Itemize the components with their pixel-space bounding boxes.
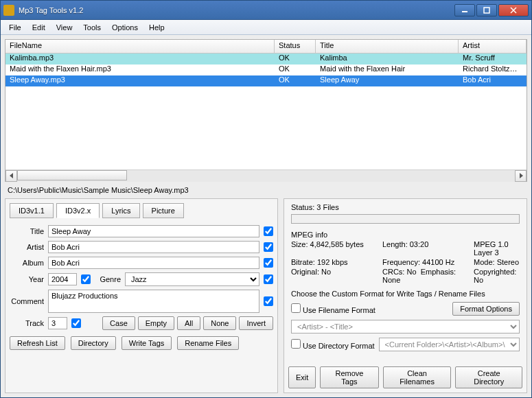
tab-strip: ID3v1.1ID3v2.xLyricsPicture	[10, 203, 273, 218]
mpeg-info: MPEG info Size: 4,842,585 bytes Length: …	[291, 231, 520, 284]
menu-view[interactable]: View	[51, 21, 78, 34]
create-directory-button[interactable]: Create Directory	[455, 366, 522, 388]
menu-tools[interactable]: Tools	[78, 21, 106, 34]
col-filename[interactable]: FileName	[5, 40, 275, 53]
close-button[interactable]	[498, 4, 529, 16]
titlebar[interactable]: Mp3 Tag Tools v1.2	[1, 1, 531, 20]
tab-id3v2x[interactable]: ID3v2.x	[56, 203, 100, 218]
case-button[interactable]: Case	[102, 316, 135, 330]
directory-button[interactable]: Directory	[71, 336, 116, 350]
menu-help[interactable]: Help	[143, 21, 170, 34]
tag-editor-panel: ID3v1.1ID3v2.xLyricsPicture Title Artist…	[5, 198, 278, 393]
horizontal-scrollbar[interactable]	[5, 169, 527, 181]
album-input[interactable]	[48, 257, 259, 269]
year-input[interactable]	[48, 273, 77, 285]
title-check[interactable]	[264, 226, 273, 236]
scroll-thumb[interactable]	[17, 170, 127, 180]
title-label: Title	[10, 227, 44, 235]
tab-id3v11[interactable]: ID3v1.1	[10, 203, 54, 218]
genre-check[interactable]	[264, 274, 273, 284]
none-button[interactable]: None	[203, 316, 236, 330]
content-area: FileName Status Title Artist Kalimba.mp3…	[1, 35, 531, 397]
cell: Richard Stoltzman/Slovak	[459, 65, 527, 75]
menubar: File Edit View Tools Options Help	[1, 20, 531, 35]
comment-input[interactable]: Blujazz Productions	[48, 290, 259, 313]
menu-options[interactable]: Options	[106, 21, 143, 34]
use-filename-check[interactable]	[291, 303, 301, 313]
album-label: Album	[10, 259, 44, 267]
maximize-button[interactable]	[476, 4, 497, 16]
file-path: C:\Users\Public\Music\Sample Music\Sleep…	[5, 185, 527, 196]
track-input[interactable]	[48, 317, 67, 329]
mpeg-copyright: Copyrighted: No	[474, 268, 520, 284]
cell: Maid with the Flaxen Hair	[316, 65, 459, 75]
mpeg-freq: Frequency: 44100 Hz	[382, 258, 468, 266]
table-row[interactable]: Kalimba.mp3OKKalimbaMr. Scruff	[5, 54, 527, 65]
cell: Maid with the Flaxen Hair.mp3	[5, 65, 275, 75]
mpeg-crc: CRCs: No	[382, 268, 417, 276]
artist-check[interactable]	[264, 242, 273, 252]
app-icon	[3, 5, 14, 16]
col-artist[interactable]: Artist	[459, 40, 527, 53]
scroll-right-button[interactable]	[515, 170, 527, 182]
table-row[interactable]: Maid with the Flaxen Hair.mp3OKMaid with…	[5, 65, 527, 75]
progress-bar	[291, 214, 520, 224]
all-button[interactable]: All	[177, 316, 200, 330]
tab-lyrics[interactable]: Lyrics	[102, 203, 139, 218]
comment-check[interactable]	[264, 296, 273, 306]
col-title[interactable]: Title	[316, 40, 459, 53]
cell: Kalimba	[316, 54, 459, 65]
track-label: Track	[10, 319, 44, 327]
svg-rect-1	[484, 8, 489, 13]
clean-filenames-button[interactable]: Clean Filenames	[383, 366, 452, 388]
mpeg-original: Original: No	[291, 268, 377, 284]
empty-button[interactable]: Empty	[138, 316, 174, 330]
custom-format: Choose the Custom Format for Write Tags …	[291, 290, 520, 355]
mpeg-header: MPEG info	[291, 231, 520, 239]
cell: Sleep Away	[316, 75, 459, 86]
table-row[interactable]: Sleep Away.mp3OKSleep AwayBob Acri	[5, 75, 527, 86]
artist-input[interactable]	[48, 241, 259, 253]
custom-format-header: Choose the Custom Format for Write Tags …	[291, 290, 520, 298]
use-filename-format[interactable]: Use Filename Format	[291, 303, 375, 314]
svg-marker-5	[520, 173, 523, 178]
cell: OK	[275, 54, 316, 65]
album-check[interactable]	[264, 258, 273, 268]
artist-label: Artist	[10, 243, 44, 251]
list-header: FileName Status Title Artist	[5, 40, 527, 54]
exit-button[interactable]: Exit	[288, 366, 316, 388]
title-input[interactable]	[48, 225, 259, 237]
use-directory-check[interactable]	[291, 339, 301, 349]
genre-select[interactable]: Jazz	[125, 272, 259, 286]
cell: Sleep Away.mp3	[5, 75, 275, 86]
track-check[interactable]	[71, 318, 81, 328]
mpeg-size: Size: 4,842,585 bytes	[291, 240, 377, 257]
mpeg-bitrate: Bitrate: 192 kbps	[291, 258, 377, 266]
minimize-button[interactable]	[454, 4, 475, 16]
cell: Mr. Scruff	[459, 54, 527, 65]
refresh-list-button[interactable]: Refresh List	[10, 336, 65, 350]
scroll-track[interactable]	[17, 170, 515, 182]
write-tags-button[interactable]: Write Tags	[122, 336, 172, 350]
list-body[interactable]: Kalimba.mp3OKKalimbaMr. ScruffMaid with …	[5, 54, 527, 169]
invert-button[interactable]: Invert	[239, 316, 273, 330]
svg-marker-4	[10, 173, 13, 178]
year-check[interactable]	[81, 274, 91, 284]
tab-picture[interactable]: Picture	[143, 203, 184, 218]
format-options-button[interactable]: Format Options	[452, 302, 520, 316]
status-label: Status: 3 Files	[288, 203, 522, 211]
rename-files-button[interactable]: Rename Files	[177, 336, 239, 350]
menu-edit[interactable]: Edit	[27, 21, 51, 34]
use-directory-format[interactable]: Use Directory Format	[291, 339, 375, 350]
col-status[interactable]: Status	[275, 40, 316, 53]
app-window: Mp3 Tag Tools v1.2 File Edit View Tools …	[0, 0, 532, 398]
directory-format-select[interactable]: <Current Folder>\<Artist>\<Album>\	[379, 338, 520, 351]
menu-file[interactable]: File	[3, 21, 27, 34]
scroll-left-button[interactable]	[5, 170, 17, 182]
file-list: FileName Status Title Artist Kalimba.mp3…	[5, 39, 527, 182]
year-label: Year	[10, 275, 44, 283]
mpeg-mode: Mode: Stereo	[474, 258, 520, 266]
remove-tags-button[interactable]: Remove Tags	[320, 366, 378, 388]
filename-format-select[interactable]: <Artist> - <Title>	[291, 320, 520, 333]
lower-panels: ID3v1.1ID3v2.xLyricsPicture Title Artist…	[5, 198, 527, 393]
